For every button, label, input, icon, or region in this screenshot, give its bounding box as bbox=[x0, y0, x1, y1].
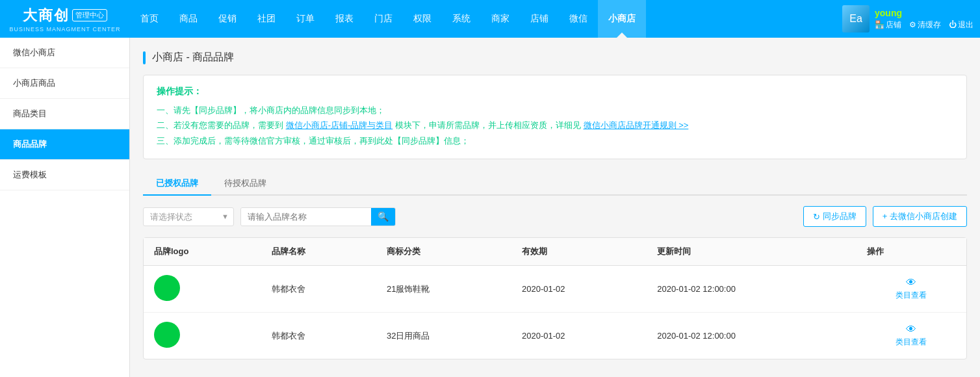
notice-line-2: 二、若没有您需要的品牌，需要到 微信小商店-店铺-品牌与类目 模块下，申请所需品… bbox=[157, 118, 953, 133]
logo-badge: 管理中心 bbox=[72, 9, 107, 21]
notice-link-2[interactable]: 微信小商店品牌开通规则 >> bbox=[584, 120, 689, 130]
action-label: 类目查看 bbox=[896, 290, 927, 301]
brand-logo-circle bbox=[154, 322, 180, 348]
sync-icon: ↻ bbox=[813, 212, 820, 222]
filter-row: 请选择状态 ▼ 🔍 ↻ 同步品牌 + 去微信小商店创建 bbox=[143, 206, 967, 227]
table-body: 韩都衣舍 21服饰鞋靴 2020-01-02 2020-01-02 12:00:… bbox=[144, 266, 966, 359]
cell-valid: 2020-01-02 bbox=[511, 313, 647, 359]
sidebar-item-运费模板[interactable]: 运费模板 bbox=[0, 160, 129, 190]
layout: 微信小商店小商店商品商品类目商品品牌运费模板 小商店 - 商品品牌 操作提示： … bbox=[0, 38, 980, 377]
col-action: 操作 bbox=[857, 238, 966, 266]
action-label: 类目查看 bbox=[896, 337, 927, 348]
sidebar: 微信小商店小商店商品商品类目商品品牌运费模板 bbox=[0, 38, 130, 377]
cell-category: 21服饰鞋靴 bbox=[376, 266, 511, 313]
tab-pending-brands[interactable]: 待授权品牌 bbox=[211, 172, 279, 196]
brand-logo-circle bbox=[154, 275, 180, 301]
nav-item-订单[interactable]: 订单 bbox=[286, 0, 325, 38]
nav-item-店铺[interactable]: 店铺 bbox=[520, 0, 559, 38]
nav-item-系统[interactable]: 系统 bbox=[442, 0, 481, 38]
search-wrap: 🔍 bbox=[240, 207, 396, 226]
eye-icon: 👁 bbox=[906, 277, 916, 289]
tabs: 已授权品牌 待授权品牌 bbox=[143, 172, 967, 196]
sidebar-item-商品品牌[interactable]: 商品品牌 bbox=[0, 129, 129, 160]
cell-update: 2020-01-02 12:00:00 bbox=[647, 266, 857, 313]
nav-item-门店[interactable]: 门店 bbox=[364, 0, 403, 38]
user-actions: 🏪 店铺 ⚙ 清缓存 ⏻ 退出 bbox=[875, 20, 974, 31]
notice-link-1[interactable]: 微信小商店-店铺-品牌与类目 bbox=[286, 120, 393, 130]
sidebar-item-微信小商店[interactable]: 微信小商店 bbox=[0, 38, 129, 68]
logo-sub: BUSINESS MANAGMENT CENTER bbox=[10, 26, 121, 32]
cell-action: 👁 类目查看 bbox=[857, 313, 966, 359]
table-header: 品牌logo 品牌名称 商标分类 有效期 更新时间 操作 bbox=[144, 238, 966, 266]
cell-name: 韩都衣舍 bbox=[261, 313, 376, 359]
username: young bbox=[875, 8, 974, 18]
create-brand-button[interactable]: + 去微信小商店创建 bbox=[873, 206, 967, 227]
brand-table: 品牌logo 品牌名称 商标分类 有效期 更新时间 操作 韩都衣舍 bbox=[143, 237, 967, 359]
search-button[interactable]: 🔍 bbox=[371, 208, 395, 226]
nav-item-小商店[interactable]: 小商店 bbox=[598, 0, 646, 38]
header: 大商创 管理中心 BUSINESS MANAGMENT CENTER 首页商品促… bbox=[0, 0, 980, 38]
nav-item-促销[interactable]: 促销 bbox=[208, 0, 247, 38]
avatar: Ea bbox=[842, 5, 870, 32]
nav-item-微信[interactable]: 微信 bbox=[559, 0, 598, 38]
cell-action: 👁 类目查看 bbox=[857, 266, 966, 313]
logout-button[interactable]: ⏻ 退出 bbox=[949, 20, 974, 31]
store-button[interactable]: 🏪 店铺 bbox=[875, 20, 901, 31]
col-logo: 品牌logo bbox=[144, 238, 261, 266]
status-select[interactable]: 请选择状态 bbox=[143, 207, 234, 226]
main-content: 小商店 - 商品品牌 操作提示： 一、请先【同步品牌】，将小商店内的品牌信息同步… bbox=[130, 38, 980, 377]
page-header: 小商店 - 商品品牌 bbox=[143, 51, 967, 64]
sync-brand-button[interactable]: ↻ 同步品牌 bbox=[803, 206, 866, 227]
logout-icon: ⏻ bbox=[949, 20, 957, 29]
store-icon: 🏪 bbox=[875, 20, 884, 29]
table-row: 韩都衣舍 21服饰鞋靴 2020-01-02 2020-01-02 12:00:… bbox=[144, 266, 966, 313]
nav-item-权限[interactable]: 权限 bbox=[403, 0, 442, 38]
header-right: Ea young 🏪 店铺 ⚙ 清缓存 ⏻ 退出 bbox=[842, 0, 980, 38]
col-valid: 有效期 bbox=[511, 238, 647, 266]
col-name: 品牌名称 bbox=[261, 238, 376, 266]
col-category: 商标分类 bbox=[376, 238, 511, 266]
status-select-wrap: 请选择状态 ▼ bbox=[143, 207, 234, 226]
cell-logo bbox=[144, 313, 261, 359]
brand-search-input[interactable] bbox=[241, 208, 371, 226]
nav-item-商品[interactable]: 商品 bbox=[169, 0, 208, 38]
cell-name: 韩都衣舍 bbox=[261, 266, 376, 313]
notice-title: 操作提示： bbox=[157, 86, 953, 98]
sidebar-item-商品类目[interactable]: 商品类目 bbox=[0, 99, 129, 129]
cell-category: 32日用商品 bbox=[376, 313, 511, 359]
tab-authorized-brands[interactable]: 已授权品牌 bbox=[143, 172, 211, 196]
cell-valid: 2020-01-02 bbox=[511, 266, 647, 313]
logo-title: 大商创 bbox=[23, 6, 70, 25]
title-bar-decoration bbox=[143, 51, 146, 64]
view-category-button-1[interactable]: 👁 类目查看 bbox=[867, 277, 956, 301]
sidebar-item-小商店商品[interactable]: 小商店商品 bbox=[0, 68, 129, 99]
refresh-icon: ⚙ bbox=[909, 20, 916, 29]
notice-line-3: 三、添加完成后，需等待微信官方审核，通过审核后，再到此处【同步品牌】信息； bbox=[157, 133, 953, 148]
col-update: 更新时间 bbox=[647, 238, 857, 266]
nav-item-首页[interactable]: 首页 bbox=[130, 0, 169, 38]
nav-menu: 首页商品促销社团订单报表门店权限系统商家店铺微信小商店 bbox=[130, 0, 842, 38]
logo-area: 大商创 管理中心 BUSINESS MANAGMENT CENTER bbox=[0, 0, 130, 38]
cell-update: 2020-01-02 12:00:00 bbox=[647, 313, 857, 359]
nav-item-报表[interactable]: 报表 bbox=[325, 0, 364, 38]
notice-box: 操作提示： 一、请先【同步品牌】，将小商店内的品牌信息同步到本地； 二、若没有您… bbox=[143, 75, 967, 159]
eye-icon: 👁 bbox=[906, 324, 916, 335]
clear-cache-button[interactable]: ⚙ 清缓存 bbox=[909, 20, 941, 31]
cell-logo bbox=[144, 266, 261, 313]
table-row: 韩都衣舍 32日用商品 2020-01-02 2020-01-02 12:00:… bbox=[144, 313, 966, 359]
nav-item-社团[interactable]: 社团 bbox=[247, 0, 286, 38]
nav-item-商家[interactable]: 商家 bbox=[481, 0, 520, 38]
view-category-button-2[interactable]: 👁 类目查看 bbox=[867, 324, 956, 348]
notice-line-1: 一、请先【同步品牌】，将小商店内的品牌信息同步到本地； bbox=[157, 103, 953, 118]
user-info: young 🏪 店铺 ⚙ 清缓存 ⏻ 退出 bbox=[875, 8, 974, 31]
page-title: 小商店 - 商品品牌 bbox=[152, 51, 234, 64]
